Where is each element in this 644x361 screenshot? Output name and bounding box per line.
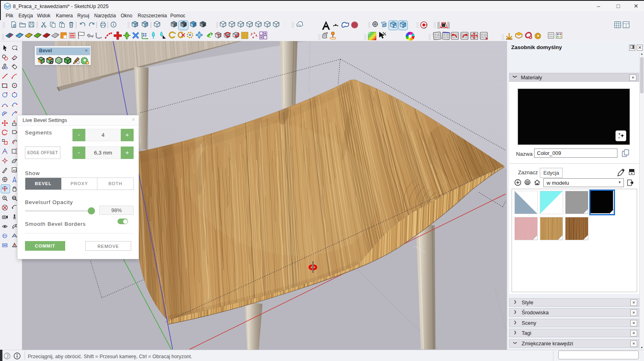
svg-text:A1: A1	[13, 169, 17, 172]
